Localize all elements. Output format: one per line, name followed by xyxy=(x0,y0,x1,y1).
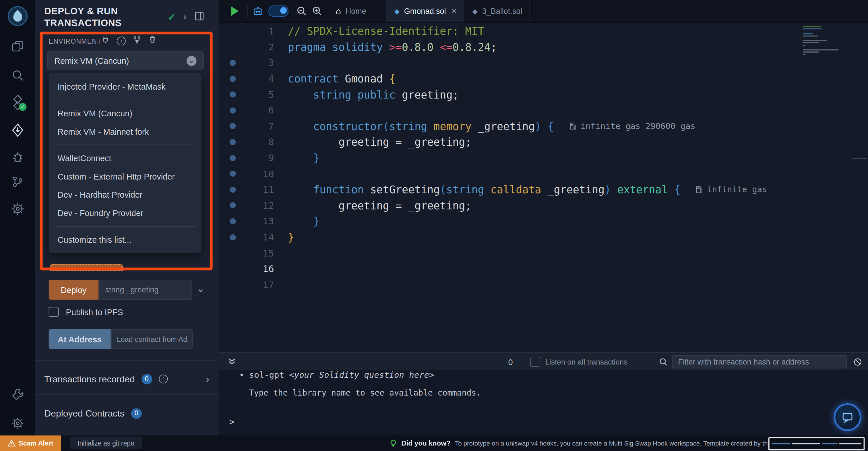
gutter-dot[interactable] xyxy=(229,171,236,177)
deploy-run-panel: DEPLOY & RUN TRANSACTIONS ✓ › ENVIRONMEN… xyxy=(35,0,218,435)
env-option[interactable]: Dev - Foundry Provider xyxy=(49,204,202,222)
search-icon[interactable] xyxy=(659,353,668,371)
gutter-dot[interactable] xyxy=(229,60,236,66)
gutter-dot[interactable] xyxy=(229,92,236,98)
listen-all-label: Listen on all transactions xyxy=(546,353,628,371)
file-explorer-icon[interactable] xyxy=(0,40,35,53)
gutter-dot[interactable] xyxy=(229,218,236,224)
git-icon[interactable] xyxy=(0,175,35,188)
gutter-dot[interactable] xyxy=(229,202,236,208)
chevron-right-icon[interactable]: › xyxy=(183,11,187,23)
gutter-dot[interactable] xyxy=(229,139,236,145)
tab-ballot[interactable]: ◆ 3_Ballot.sol xyxy=(465,0,530,22)
zoom-out-icon[interactable] xyxy=(296,0,307,22)
env-option[interactable]: Customize this list... xyxy=(49,230,202,249)
minimap[interactable] xyxy=(803,26,847,65)
clear-terminal-icon[interactable] xyxy=(853,353,863,371)
scam-alert-button[interactable]: Scam Alert xyxy=(0,435,61,451)
line-number: 15 xyxy=(246,247,274,258)
deploy-run-icon[interactable] xyxy=(0,123,35,137)
gutter-dot[interactable] xyxy=(229,76,236,82)
transactions-count-badge: 0 xyxy=(142,374,152,384)
collapse-terminal-icon[interactable] xyxy=(228,353,237,371)
menu-divider xyxy=(54,144,196,145)
deploy-button[interactable]: Deploy xyxy=(49,280,99,300)
zoom-in-icon[interactable] xyxy=(312,0,323,22)
tab-home[interactable]: ⌂ Home xyxy=(329,0,374,22)
tip-text: To prototype on a uniswap v4 hooks, you … xyxy=(455,440,818,446)
editor-tabbar: ⌂ Home ◆ Gmonad.sol × ◆ 3_Ballot.sol xyxy=(219,0,868,23)
tip-title: Did you know? xyxy=(401,439,451,447)
publish-ipfs-checkbox[interactable] xyxy=(49,307,59,317)
env-option[interactable]: Remix VM - Mainnet fork xyxy=(49,122,202,141)
scam-alert-label: Scam Alert xyxy=(19,439,53,447)
line-number: 1 xyxy=(246,26,274,37)
at-address-button[interactable]: At Address xyxy=(49,329,111,349)
close-tab-icon[interactable]: × xyxy=(452,6,457,16)
line-number: 4 xyxy=(246,73,274,84)
at-address-input[interactable] xyxy=(112,329,193,349)
env-option[interactable]: Dev - Hardhat Provider xyxy=(49,186,202,204)
solidity-compiler-icon[interactable]: ✓ xyxy=(0,94,35,111)
gutter-dot[interactable] xyxy=(229,155,236,161)
line-number: 2 xyxy=(246,41,274,53)
ai-chat-bubble[interactable] xyxy=(834,403,861,431)
ai-copilot-toggle[interactable] xyxy=(268,0,288,22)
line-number: 10 xyxy=(246,168,274,179)
status-bar: Scam Alert Initialize as git repo Did yo… xyxy=(0,435,868,451)
transactions-recorded-row[interactable]: Transactions recorded 0 i › xyxy=(35,367,218,391)
minimap-line xyxy=(803,35,818,36)
screen-preview-thumbnail[interactable] xyxy=(768,437,865,450)
code-line: 2pragma solidity >=0.8.0 <=0.8.24; xyxy=(219,39,868,55)
tab-gmonad[interactable]: ◆ Gmonad.sol × xyxy=(386,0,464,22)
editor-scrollbar-mark[interactable] xyxy=(852,158,867,159)
tools-icon[interactable] xyxy=(0,388,35,401)
minimap-line xyxy=(803,42,819,44)
editor-area: ⌂ Home ◆ Gmonad.sol × ◆ 3_Ballot.sol 1//… xyxy=(219,0,868,435)
obscured-orange-button[interactable] xyxy=(50,264,123,271)
gutter-dot[interactable] xyxy=(229,234,236,240)
gas-annotation: infinite gas 290600 gas xyxy=(569,121,695,131)
terminal-line: • sol-gpt <your Solidity question here> xyxy=(239,370,434,380)
run-script-button[interactable] xyxy=(231,0,239,22)
info-icon[interactable]: i xyxy=(159,374,167,384)
deployed-contracts-count-badge: 0 xyxy=(131,408,142,419)
terminal[interactable]: • sol-gpt <your Solidity question here> … xyxy=(219,370,868,435)
gutter-dot[interactable] xyxy=(229,107,236,113)
env-option[interactable]: Injected Provider - MetaMask xyxy=(49,78,202,96)
gutter-dot[interactable] xyxy=(229,123,236,129)
plug-icon[interactable] xyxy=(101,35,110,46)
code-line: 6 xyxy=(219,103,868,118)
warning-icon xyxy=(8,439,16,447)
chevron-down-icon[interactable]: ⌄ xyxy=(197,283,205,295)
ai-assistant-icon[interactable] xyxy=(252,0,264,22)
terminal-filter-input[interactable] xyxy=(672,355,847,368)
line-number: 9 xyxy=(246,152,274,164)
environment-select[interactable]: Remix VM (Cancun) ⌄ xyxy=(47,51,204,70)
search-icon[interactable] xyxy=(0,69,35,82)
deploy-args-input[interactable] xyxy=(99,280,192,300)
divider xyxy=(35,394,218,395)
code-editor[interactable]: 1// SPDX-License-Identifier: MIT2pragma … xyxy=(219,23,868,352)
terminal-line: Type the library name to see available c… xyxy=(249,388,481,397)
settings-gear-icon[interactable] xyxy=(0,417,35,430)
pin-panel-icon[interactable] xyxy=(194,11,205,23)
listen-all-checkbox[interactable] xyxy=(530,353,540,371)
env-option[interactable]: WalletConnect xyxy=(49,149,202,167)
plugin-manager-icon[interactable] xyxy=(0,202,35,216)
panel-title: DEPLOY & RUN TRANSACTIONS xyxy=(44,5,183,29)
trash-icon[interactable] xyxy=(148,35,157,46)
debugger-icon[interactable] xyxy=(0,151,35,164)
env-option[interactable]: Custom - External Http Provider xyxy=(49,167,202,186)
terminal-toolbar: 0 Listen on all transactions xyxy=(219,353,868,371)
gutter-dot[interactable] xyxy=(229,187,236,193)
remix-logo[interactable] xyxy=(0,4,35,28)
code-line: 4contract Gmonad { xyxy=(219,71,868,86)
terminal-prompt: > xyxy=(229,417,235,427)
fork-icon[interactable] xyxy=(133,35,141,46)
chevron-right-icon[interactable]: › xyxy=(206,373,209,385)
env-option[interactable]: Remix VM (Cancun) xyxy=(49,104,202,123)
init-git-repo-button[interactable]: Initialize as git repo xyxy=(70,437,142,449)
info-icon[interactable]: i xyxy=(117,36,126,45)
compile-success-badge: ✓ xyxy=(19,103,27,111)
